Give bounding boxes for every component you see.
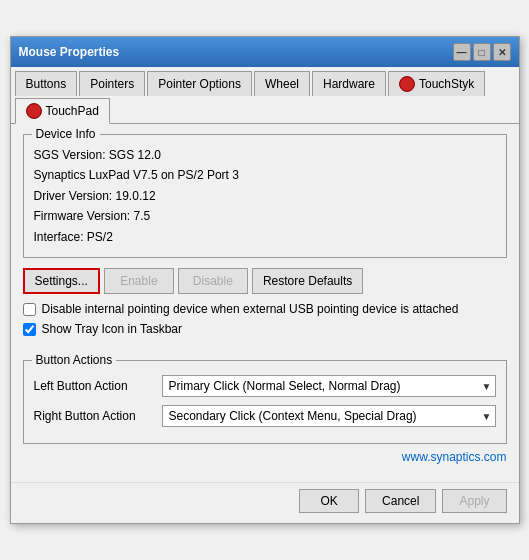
tab-wheel[interactable]: Wheel: [254, 71, 310, 96]
left-button-action-select-wrapper: Primary Click (Normal Select, Normal Dra…: [162, 375, 496, 397]
disable-internal-checkbox-row: Disable internal pointing device when ex…: [23, 302, 507, 316]
button-actions-label: Button Actions: [32, 353, 117, 367]
tab-touchpad[interactable]: TouchPad: [15, 98, 110, 124]
device-action-buttons: Settings... Enable Disable Restore Defau…: [23, 268, 507, 294]
tab-buttons-label: Buttons: [26, 77, 67, 91]
right-button-action-select-wrapper: Secondary Click (Context Menu, Special D…: [162, 405, 496, 427]
restore-defaults-button[interactable]: Restore Defaults: [252, 268, 363, 294]
tab-bar: Buttons Pointers Pointer Options Wheel H…: [11, 67, 519, 124]
tab-wheel-label: Wheel: [265, 77, 299, 91]
device-info-line-5: Interface: PS/2: [34, 227, 496, 247]
dialog-buttons-row: OK Cancel Apply: [11, 482, 519, 523]
left-button-action-row: Left Button Action Primary Click (Normal…: [34, 375, 496, 397]
touchpad-icon: [26, 103, 42, 119]
device-info-group: Device Info SGS Version: SGS 12.0 Synapt…: [23, 134, 507, 258]
close-button[interactable]: ✕: [493, 43, 511, 61]
tab-pointers-label: Pointers: [90, 77, 134, 91]
tab-pointer-options-label: Pointer Options: [158, 77, 241, 91]
right-button-action-select[interactable]: Secondary Click (Context Menu, Special D…: [162, 405, 496, 427]
device-info-line-2: Synaptics LuxPad V7.5 on PS/2 Port 3: [34, 165, 496, 185]
cancel-button[interactable]: Cancel: [365, 489, 436, 513]
device-info-label: Device Info: [32, 127, 100, 141]
tab-pointer-options[interactable]: Pointer Options: [147, 71, 252, 96]
tab-touchpad-label: TouchPad: [46, 104, 99, 118]
device-info-content: SGS Version: SGS 12.0 Synaptics LuxPad V…: [34, 141, 496, 247]
tab-hardware-label: Hardware: [323, 77, 375, 91]
tab-content: Device Info SGS Version: SGS 12.0 Synapt…: [11, 124, 519, 482]
tab-hardware[interactable]: Hardware: [312, 71, 386, 96]
mouse-properties-window: Mouse Properties — □ ✕ Buttons Pointers …: [10, 36, 520, 524]
title-bar: Mouse Properties — □ ✕: [11, 37, 519, 67]
touchstyk-icon: [399, 76, 415, 92]
disable-button[interactable]: Disable: [178, 268, 248, 294]
ok-button[interactable]: OK: [299, 489, 359, 513]
left-button-action-select[interactable]: Primary Click (Normal Select, Normal Dra…: [162, 375, 496, 397]
apply-button[interactable]: Apply: [442, 489, 506, 513]
minimize-button[interactable]: —: [453, 43, 471, 61]
synaptics-link[interactable]: www.synaptics.com: [402, 450, 507, 464]
show-tray-checkbox[interactable]: [23, 323, 36, 336]
disable-internal-label: Disable internal pointing device when ex…: [42, 302, 459, 316]
tab-buttons[interactable]: Buttons: [15, 71, 78, 96]
tab-touchstyk[interactable]: TouchStyk: [388, 71, 485, 96]
right-button-action-row: Right Button Action Secondary Click (Con…: [34, 405, 496, 427]
maximize-button[interactable]: □: [473, 43, 491, 61]
device-info-line-3: Driver Version: 19.0.12: [34, 186, 496, 206]
title-bar-controls: — □ ✕: [453, 43, 511, 61]
tab-touchstyk-label: TouchStyk: [419, 77, 474, 91]
show-tray-checkbox-row: Show Tray Icon in Taskbar: [23, 322, 507, 336]
enable-button[interactable]: Enable: [104, 268, 174, 294]
settings-button[interactable]: Settings...: [23, 268, 100, 294]
show-tray-label: Show Tray Icon in Taskbar: [42, 322, 183, 336]
button-actions-group: Button Actions Left Button Action Primar…: [23, 360, 507, 444]
tab-pointers[interactable]: Pointers: [79, 71, 145, 96]
right-button-action-label: Right Button Action: [34, 409, 154, 423]
device-info-line-4: Firmware Version: 7.5: [34, 206, 496, 226]
device-info-line-1: SGS Version: SGS 12.0: [34, 145, 496, 165]
window-title: Mouse Properties: [19, 45, 120, 59]
disable-internal-checkbox[interactable]: [23, 303, 36, 316]
synaptics-link-row: www.synaptics.com: [23, 450, 507, 464]
left-button-action-label: Left Button Action: [34, 379, 154, 393]
